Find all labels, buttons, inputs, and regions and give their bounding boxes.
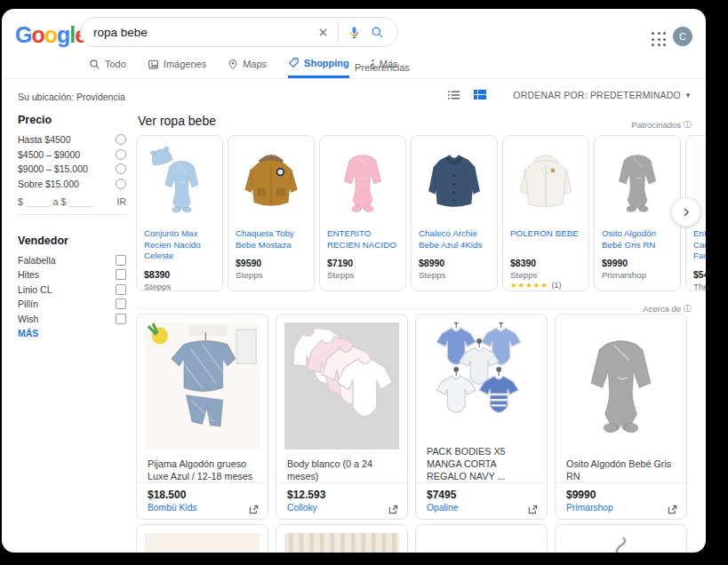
sponsored-product-card[interactable]: Chaqueta Toby Bebe Mostaza$9590Stepps — [228, 135, 315, 291]
filter-row[interactable]: $4500 – $9000 — [18, 149, 126, 160]
product-title-link[interactable]: ENTERITO RECIEN NACIDO — [327, 228, 398, 251]
sponsored-product-card[interactable]: Osito Algodón Bebé Gris RN$9990Primarsho… — [594, 135, 681, 291]
sponsored-product-card[interactable]: Conjunto Max Recien Nacido Celeste$8390S… — [136, 135, 223, 291]
vendor-checkbox[interactable] — [116, 284, 126, 295]
product-price: $8390 — [510, 258, 581, 268]
product-title-link[interactable]: Osito Algodón Bebé Gris RN — [602, 228, 673, 251]
tab-imagenes[interactable]: Imágenes — [148, 57, 206, 78]
images-icon — [148, 59, 159, 70]
price-range-row: $ a $ IR — [18, 196, 126, 215]
carousel-next-button[interactable] — [671, 197, 700, 227]
filter-row[interactable]: Hasta $4500 — [18, 134, 126, 145]
filters-sidebar: Precio Hasta $4500$4500 – $9000$9000 – $… — [18, 114, 126, 338]
product-image — [564, 533, 678, 553]
filter-row[interactable]: Linio CL — [18, 284, 126, 295]
search-submit-icon[interactable] — [365, 20, 388, 44]
vendor-checkbox[interactable] — [116, 255, 126, 266]
product-title[interactable]: Body blanco (0 a 24 meses) — [276, 450, 407, 482]
price-radio[interactable] — [116, 134, 126, 145]
product-card[interactable]: Body blanco (0 a 24 meses)$12.593Colloky — [276, 314, 408, 520]
search-icon — [89, 59, 100, 70]
external-link-icon[interactable] — [528, 502, 538, 512]
price-radio[interactable] — [116, 163, 126, 174]
tab-todo[interactable]: Todo — [89, 57, 126, 78]
product-merchant: Stepps — [236, 270, 307, 280]
page-title: Ver ropa bebe — [138, 114, 216, 128]
sponsored-product-card[interactable]: ENTERITO RECIEN NACIDO$7190Stepps — [319, 135, 406, 291]
tab-maps[interactable]: Maps — [228, 57, 267, 78]
price-radio[interactable] — [116, 179, 126, 189]
product-card[interactable]: PACK BODIES X5 MANGA CORTA REGALO NAVY .… — [415, 314, 548, 520]
filter-row[interactable]: Sobre $15.000 — [18, 179, 126, 189]
preferences-link[interactable]: Preferencias — [355, 62, 410, 73]
product-merchant: Stepps — [510, 270, 581, 280]
google-logo[interactable]: Google — [15, 22, 86, 48]
product-image — [424, 322, 539, 437]
min-price-input[interactable] — [26, 196, 51, 207]
vendor-more-link[interactable]: MÁS — [18, 328, 126, 338]
grid-view-icon[interactable] — [474, 89, 488, 101]
product-merchant-link[interactable]: Primarshop — [566, 503, 676, 513]
price-go-button[interactable]: IR — [117, 196, 127, 207]
external-link-icon[interactable] — [668, 502, 677, 512]
sponsored-product-card[interactable]: POLERON BEBE$8390Stepps★★★★★ (1) — [502, 135, 589, 291]
price-radio[interactable] — [116, 149, 126, 160]
product-title-link[interactable]: EntCarFac — [693, 228, 706, 262]
external-link-icon[interactable] — [249, 502, 259, 512]
filter-row[interactable]: $9000 – $15.000 — [18, 163, 126, 174]
product-merchant-link[interactable]: Opaline — [427, 503, 536, 513]
product-image — [145, 533, 260, 553]
info-icon[interactable]: ⓘ — [684, 119, 692, 131]
product-image — [510, 142, 581, 224]
product-title[interactable]: Osito Algodón Bebé Gris RN — [556, 450, 686, 482]
product-card-partial[interactable] — [276, 524, 408, 553]
price-filter-title: Precio — [18, 114, 126, 126]
product-title[interactable]: Pijama Algodón grueso Luxe Azul / 12-18 … — [137, 450, 268, 482]
product-card-partial[interactable] — [415, 524, 548, 553]
product-merchant-link[interactable]: Bombú Kids — [148, 503, 257, 513]
list-view-icon[interactable] — [447, 89, 461, 101]
mic-icon[interactable] — [342, 20, 365, 44]
product-merchant-link[interactable]: Colloky — [287, 503, 396, 513]
product-price: $9990 — [602, 258, 673, 268]
vendor-checkbox[interactable] — [116, 269, 126, 280]
vendor-checkbox[interactable] — [116, 298, 126, 309]
product-price: $9590 — [236, 258, 307, 268]
product-title-link[interactable]: POLERON BEBE — [510, 228, 581, 251]
product-card-footer: $12.593Colloky — [276, 482, 407, 519]
search-input[interactable] — [93, 26, 311, 39]
product-title-link[interactable]: Chaqueta Toby Bebe Mostaza — [236, 228, 307, 251]
filter-row[interactable]: Falabella — [18, 255, 126, 266]
product-title[interactable]: PACK BODIES X5 MANGA CORTA REGALO NAVY .… — [416, 437, 547, 482]
filter-row[interactable]: Pillín — [18, 298, 126, 309]
max-price-input[interactable] — [68, 196, 93, 207]
sponsored-product-card[interactable]: Chaleco Archie Bebe Azul 4Kids$8990Stepp… — [411, 135, 498, 291]
product-image — [327, 142, 398, 224]
product-card[interactable]: Pijama Algodón grueso Luxe Azul / 12-18 … — [136, 314, 268, 520]
tab-shopping[interactable]: Shopping — [288, 57, 349, 78]
product-card-partial[interactable] — [555, 524, 687, 553]
filter-row[interactable]: Hites — [18, 269, 126, 280]
filter-row[interactable]: Wish — [18, 314, 126, 324]
results-grid-row-2 — [136, 524, 687, 553]
product-price: $8390 — [144, 269, 215, 280]
product-image — [284, 533, 399, 553]
sponsored-label: Patrocinados ⓘ — [632, 119, 692, 131]
product-card[interactable]: Osito Algodón Bebé Gris RN$9990Primarsho… — [555, 314, 687, 520]
product-price: $7190 — [327, 258, 398, 268]
product-image — [564, 322, 678, 450]
sort-dropdown[interactable]: ORDENAR POR: PREDETERMINADO ▼ — [513, 90, 692, 100]
product-card-partial[interactable] — [136, 524, 268, 553]
product-price: $18.500 — [148, 489, 257, 501]
google-shopping-page: Google C TodoImágenesMapsShoppingMás Pre… — [2, 9, 706, 553]
external-link-icon[interactable] — [388, 502, 398, 512]
divider — [138, 308, 634, 309]
product-title-link[interactable]: Chaleco Archie Bebe Azul 4Kids — [419, 228, 490, 251]
clear-search-icon[interactable] — [311, 20, 334, 44]
avatar[interactable]: C — [673, 27, 692, 46]
apps-grid-icon[interactable] — [652, 32, 667, 47]
product-title-link[interactable]: Conjunto Max Recien Nacido Celeste — [144, 228, 215, 262]
vendor-checkbox[interactable] — [116, 314, 126, 324]
product-price: $8990 — [419, 258, 490, 268]
search-bar[interactable] — [80, 17, 398, 47]
